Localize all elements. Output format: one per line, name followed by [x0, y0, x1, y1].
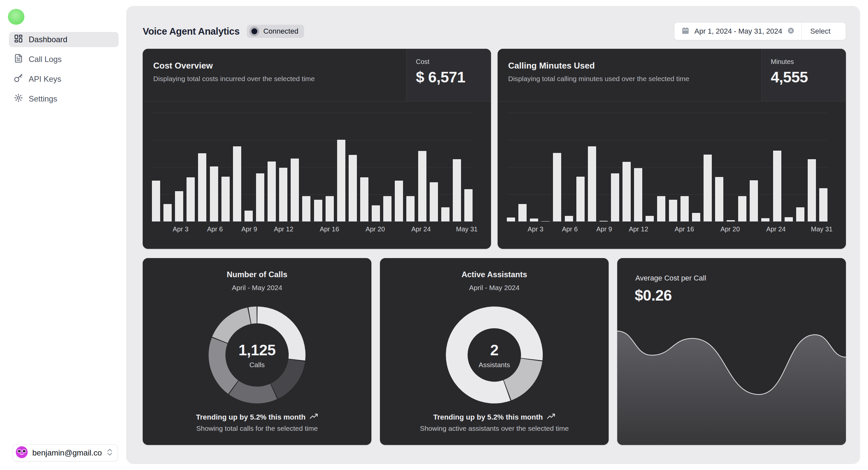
x-tick-label: Apr 12: [629, 225, 648, 233]
x-tick-label: Apr 20: [720, 225, 740, 233]
bar: [692, 213, 700, 221]
date-range-text: Apr 1, 2024 - May 31, 2024: [694, 27, 782, 36]
metrics-row-top: Cost Overview Displaying total costs inc…: [143, 49, 846, 249]
bar: [611, 174, 619, 221]
card-footnote: Showing active assistants over the selec…: [380, 425, 609, 432]
bar: [750, 180, 758, 221]
x-tick-label: Apr 16: [320, 225, 339, 233]
sidebar-item-label: Call Logs: [29, 55, 62, 64]
bar: [453, 159, 461, 221]
bar: [726, 220, 735, 221]
card-title: Calling Minutes Used: [508, 61, 751, 71]
date-range-value[interactable]: Apr 1, 2024 - May 31, 2024: [675, 26, 801, 36]
bar: [245, 211, 253, 221]
x-tick-label: Apr 6: [207, 225, 223, 233]
sidebar: Dashboard Call Logs API Keys: [0, 0, 126, 470]
trend-text: Trending up by 5.2% this month: [196, 413, 306, 421]
bar: [669, 200, 677, 221]
minutes-metric-box: Minutes 4,555: [761, 49, 846, 101]
bar: [646, 216, 654, 221]
sidebar-nav: Dashboard Call Logs API Keys: [9, 32, 119, 106]
bar: [349, 155, 357, 221]
bar: [819, 188, 828, 221]
metrics-row-bottom: Number of Calls April - May 2024 1,125 C…: [143, 258, 846, 445]
x-tick-label: May 31: [456, 225, 478, 233]
bar: [507, 218, 515, 221]
dashboard-grid-icon: [14, 34, 23, 45]
bar: [657, 196, 665, 221]
x-tick-label: Apr 3: [173, 225, 188, 233]
gear-icon: [14, 93, 23, 104]
sidebar-item-label: Settings: [29, 94, 57, 103]
sidebar-item-label: Dashboard: [29, 35, 67, 44]
card-title: Average Cost per Call: [636, 274, 706, 282]
active-assistants-card: Active Assistants April - May 2024 2 Ass…: [380, 258, 609, 445]
bar: [395, 181, 403, 221]
card-subtitle: April - May 2024: [380, 284, 609, 292]
bar: [796, 207, 804, 221]
metric-value: $ 6,571: [416, 68, 482, 86]
bar: [221, 177, 230, 221]
cost-card-header: Cost Overview Displaying total costs inc…: [143, 49, 491, 101]
cost-metric-box: Cost $ 6,571: [406, 49, 491, 101]
bar: [372, 205, 380, 221]
trend-text: Trending up by 5.2% this month: [433, 413, 543, 421]
bar: [565, 216, 573, 221]
status-badge-label: Connected: [263, 27, 298, 36]
app-logo[interactable]: [8, 9, 24, 25]
donut-segment: [271, 359, 305, 399]
assistants-donut-chart: 2 Assistants: [445, 306, 544, 404]
card-title: Active Assistants: [380, 270, 609, 279]
card-subtitle: April - May 2024: [143, 284, 371, 292]
user-account-menu[interactable]: benjamin@gmail.com: [12, 444, 118, 462]
minutes-card-header: Calling Minutes Used Displaying total ca…: [498, 49, 846, 101]
bar: [634, 168, 642, 221]
sidebar-item-call-logs[interactable]: Call Logs: [9, 52, 119, 67]
bar: [553, 153, 561, 221]
bar: [233, 146, 241, 221]
card-subtitle: Displaying total costs incurred over the…: [153, 75, 396, 83]
topbar: Voice Agent Analytics Connected Apr: [143, 22, 846, 40]
bar: [576, 177, 585, 221]
card-title: Cost Overview: [153, 61, 396, 71]
page-title: Voice Agent Analytics: [143, 26, 240, 37]
cost-bar-chart: [152, 113, 472, 221]
bar: [314, 200, 322, 221]
metric-label: Minutes: [771, 58, 837, 66]
avg-cost-value: $0.26: [635, 286, 672, 304]
calls-donut-chart: 1,125 Calls: [208, 306, 307, 404]
sidebar-item-api-keys[interactable]: API Keys: [9, 71, 119, 87]
bar: [152, 181, 160, 221]
x-tick-label: Apr 20: [366, 225, 385, 233]
x-tick-label: May 31: [811, 225, 833, 233]
bar: [530, 219, 538, 221]
card-title: Number of Calls: [143, 270, 371, 279]
bar: [268, 161, 276, 221]
x-tick-label: Apr 24: [411, 225, 431, 233]
avatar: [16, 446, 28, 460]
bar: [785, 217, 793, 221]
bar: [326, 196, 334, 221]
x-tick-label: Apr 24: [766, 225, 786, 233]
sidebar-item-settings[interactable]: Settings: [9, 91, 119, 106]
bar: [418, 151, 427, 221]
trending-up-icon: [547, 412, 555, 422]
bar: [337, 140, 345, 221]
status-dot-icon: [249, 26, 259, 36]
bar: [198, 153, 206, 221]
sidebar-item-label: API Keys: [29, 74, 61, 84]
calling-minutes-card: Calling Minutes Used Displaying total ca…: [498, 49, 846, 249]
bar: [715, 177, 723, 221]
date-range-picker[interactable]: Apr 1, 2024 - May 31, 2024 Select: [674, 23, 846, 40]
chevron-up-down-icon: [106, 447, 113, 458]
trending-up-icon: [309, 412, 318, 422]
donut-segment: [257, 307, 306, 361]
number-of-calls-card: Number of Calls April - May 2024 1,125 C…: [143, 258, 371, 445]
bar: [430, 182, 438, 221]
cost-overview-card: Cost Overview Displaying total costs inc…: [143, 49, 491, 249]
clear-date-icon[interactable]: [787, 27, 795, 36]
x-tick-label: Apr 12: [274, 225, 293, 233]
sidebar-item-dashboard[interactable]: Dashboard: [9, 32, 119, 47]
bar: [464, 189, 472, 221]
select-button[interactable]: Select: [802, 23, 845, 40]
